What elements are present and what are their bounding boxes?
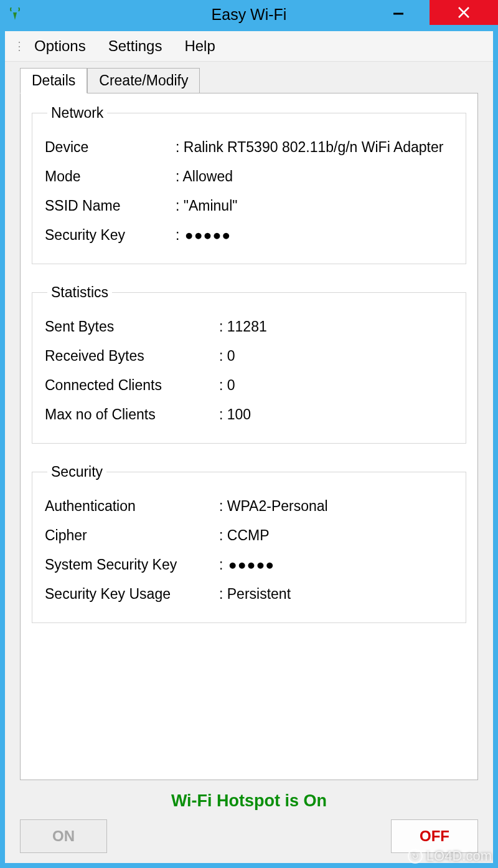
- minimize-button[interactable]: [367, 0, 430, 25]
- security-cipher-label: Cipher: [45, 527, 219, 544]
- menu-help[interactable]: Help: [184, 37, 215, 55]
- tab-panel-details: Network DeviceRalink RT5390 802.11b/g/n …: [20, 93, 478, 780]
- network-ssid-label: SSID Name: [45, 198, 176, 214]
- stats-clients-label: Connected Clients: [45, 377, 219, 394]
- menu-settings[interactable]: Settings: [108, 37, 162, 55]
- network-key-label: Security Key: [45, 227, 176, 244]
- network-mode-label: Mode: [45, 168, 176, 185]
- network-device-value: Ralink RT5390 802.11b/g/n WiFi Adapter: [176, 139, 443, 156]
- menubar: ⋮ Options Settings Help: [5, 31, 493, 62]
- on-button[interactable]: ON: [20, 819, 107, 853]
- network-key-value: ●●●●●: [176, 227, 231, 244]
- security-auth-value: WPA2-Personal: [219, 498, 328, 515]
- group-network: Network DeviceRalink RT5390 802.11b/g/n …: [32, 105, 466, 264]
- window-controls: [367, 0, 498, 25]
- stats-recv-value: 0: [219, 348, 235, 365]
- security-cipher-value: CCMP: [219, 527, 270, 544]
- tab-strip: Details Create/Modify: [20, 68, 478, 93]
- watermark: ↻ LO4D.com: [408, 848, 492, 864]
- stats-sent-value: 11281: [219, 318, 267, 335]
- menubar-grip-icon: ⋮: [14, 39, 23, 53]
- stats-recv-label: Received Bytes: [45, 348, 219, 365]
- security-syskey-label: System Security Key: [45, 556, 219, 573]
- tab-create-modify[interactable]: Create/Modify: [87, 68, 200, 93]
- application-window: Easy Wi-Fi ⋮ Options Settings Help Detai…: [0, 0, 498, 868]
- security-usage-label: Security Key Usage: [45, 586, 219, 603]
- stats-max-value: 100: [219, 406, 251, 423]
- watermark-text: LO4D.com: [426, 848, 492, 864]
- group-statistics: Statistics Sent Bytes11281 Received Byte…: [32, 284, 466, 444]
- stats-clients-value: 0: [219, 377, 235, 394]
- close-button[interactable]: [430, 0, 498, 25]
- group-statistics-legend: Statistics: [47, 284, 112, 301]
- group-security: Security AuthenticationWPA2-Personal Cip…: [32, 464, 466, 623]
- network-ssid-value: "Aminul": [176, 198, 237, 214]
- security-usage-value: Persistent: [219, 586, 291, 603]
- security-syskey-value: ●●●●●: [219, 556, 275, 573]
- watermark-icon: ↻: [408, 849, 423, 864]
- tab-details[interactable]: Details: [20, 68, 87, 93]
- status-text: Wi-Fi Hotspot is On: [171, 791, 327, 810]
- group-network-legend: Network: [47, 105, 107, 122]
- network-device-label: Device: [45, 139, 176, 156]
- network-mode-value: Allowed: [176, 168, 233, 185]
- content-area: Details Create/Modify Network DeviceRali…: [5, 62, 493, 863]
- window-title: Easy Wi-Fi: [212, 6, 287, 24]
- app-icon: [6, 6, 24, 23]
- stats-max-label: Max no of Clients: [45, 406, 219, 423]
- stats-sent-label: Sent Bytes: [45, 318, 219, 335]
- group-security-legend: Security: [47, 464, 106, 480]
- titlebar: Easy Wi-Fi: [0, 0, 498, 31]
- security-auth-label: Authentication: [45, 498, 219, 515]
- status-bar: Wi-Fi Hotspot is On: [20, 780, 478, 817]
- menu-options[interactable]: Options: [34, 37, 86, 55]
